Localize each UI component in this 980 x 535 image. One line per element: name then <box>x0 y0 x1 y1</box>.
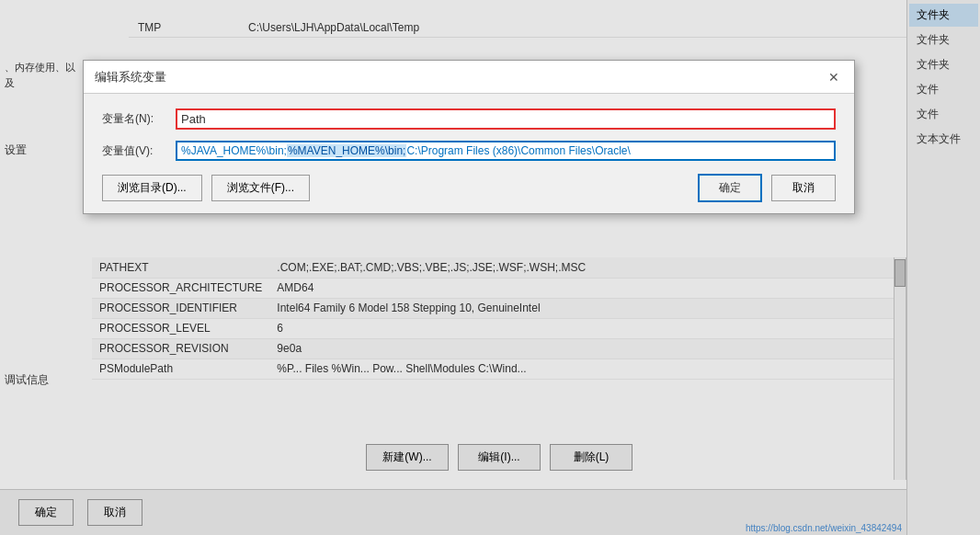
var-value-label: 变量值(V): <box>102 143 176 159</box>
var-name-label: 变量名(N): <box>102 111 176 127</box>
dialog-cancel-button[interactable]: 取消 <box>771 175 836 201</box>
browse-dir-button[interactable]: 浏览目录(D)... <box>102 175 202 201</box>
dialog-browse-row: 浏览目录(D)... 浏览文件(F)... 确定 取消 <box>102 174 836 202</box>
edit-system-variable-dialog: 编辑系统变量 ✕ 变量名(N): 变量值(V): %JAVA_HOME%\bin… <box>83 60 855 214</box>
val-segment-0: %JAVA_HOME%\bin; <box>181 144 287 157</box>
var-name-row: 变量名(N): <box>102 108 836 130</box>
value-display: %JAVA_HOME%\bin;%MAVEN_HOME%\bin;C:\Prog… <box>181 144 830 157</box>
var-value-input-wrapper: %JAVA_HOME%\bin;%MAVEN_HOME%\bin;C:\Prog… <box>176 141 836 161</box>
val-segment-1: %MAVEN_HOME%\bin; <box>287 144 406 157</box>
browse-file-button[interactable]: 浏览文件(F)... <box>211 175 310 201</box>
dialog-confirm-button[interactable]: 确定 <box>698 174 762 202</box>
dialog-close-button[interactable]: ✕ <box>825 68 843 86</box>
val-segment-2: C:\Program Files (x86)\Common Files\Orac… <box>406 144 630 157</box>
var-name-input[interactable] <box>181 112 830 126</box>
dialog-title: 编辑系统变量 <box>95 69 166 85</box>
dialog-titlebar: 编辑系统变量 ✕ <box>84 61 854 94</box>
dialog-body: 变量名(N): 变量值(V): %JAVA_HOME%\bin;%MAVEN_H… <box>84 94 854 213</box>
var-value-row: 变量值(V): %JAVA_HOME%\bin;%MAVEN_HOME%\bin… <box>102 141 836 161</box>
var-name-input-wrapper <box>176 108 836 130</box>
